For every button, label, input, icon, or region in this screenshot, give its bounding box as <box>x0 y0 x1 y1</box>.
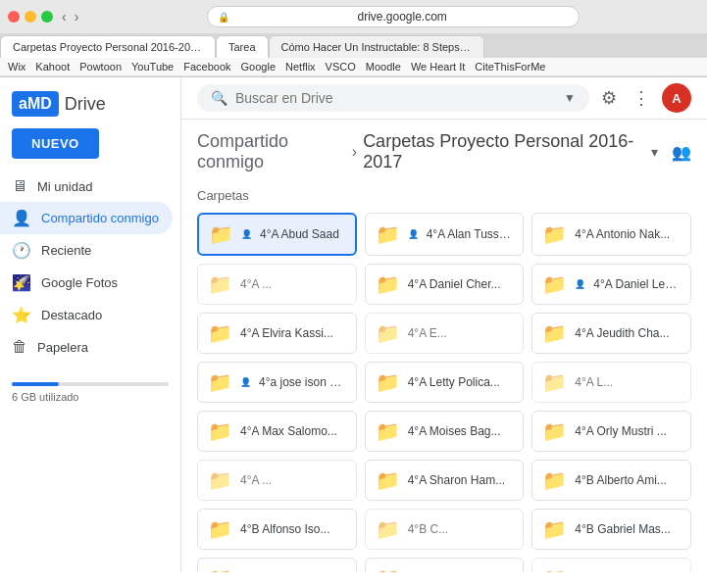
sidebar-label-photos: Google Fotos <box>41 275 118 290</box>
folder-icon: 📁 <box>542 468 567 492</box>
folder-name: 4°A ... <box>240 473 272 487</box>
folder-card[interactable]: 📁4°A E... <box>365 313 525 354</box>
tab-drive[interactable]: Carpetas Proyecto Personal 2016-2017 - G… <box>0 35 216 58</box>
share-people-icon[interactable]: 👥 <box>672 143 691 162</box>
search-input[interactable] <box>235 90 556 106</box>
bookmarks-bar: Wix Kahoot Powtoon YouTube Facebook Goog… <box>0 58 707 76</box>
starred-icon: ⭐ <box>12 306 31 324</box>
folder-card[interactable]: 📁👤4°A Alan Tussie ... <box>365 213 525 256</box>
folder-card[interactable]: 📁4°B Gabriel Mas... <box>531 509 691 550</box>
address-bar[interactable]: 🔒 drive.google.com <box>207 6 580 27</box>
folder-icon: 📁 <box>208 419 232 443</box>
folder-name: 4°A Daniel Levy ... <box>593 277 681 291</box>
shared-badge-icon: 👤 <box>240 377 251 387</box>
folder-name: 4°A Elvira Kassi... <box>240 326 333 340</box>
folder-card[interactable]: 📁4°A Elvira Kassi... <box>197 313 357 354</box>
folder-name: 4°B Alfonso Iso... <box>240 522 330 536</box>
folder-name: 4°A Abud Saad <box>260 227 339 241</box>
drive-app: aMD Drive NUEVO 🖥 Mi unidad 👤 Compartido… <box>0 77 707 572</box>
nav-buttons: ‹ › <box>59 9 81 24</box>
folder-icon: 📁 <box>208 321 232 345</box>
folder-icon: 📁 <box>209 222 233 246</box>
breadcrumb: Compartido conmigo › Carpetas Proyecto P… <box>197 131 691 172</box>
breadcrumb-current-text: Carpetas Proyecto Personal 2016-2017 <box>363 131 645 172</box>
forward-button[interactable]: › <box>72 9 82 24</box>
search-bar[interactable]: 🔍 ▼ <box>197 84 589 112</box>
folder-card[interactable]: 📁👤4°a jose ison mi... <box>197 362 357 403</box>
folder-icon: 📁 <box>208 272 232 296</box>
apps-button[interactable]: ⋮ <box>629 83 654 113</box>
folder-card[interactable]: 📁👤4°A Daniel Levy ... <box>531 264 691 305</box>
folder-card[interactable]: 📁4°A ... <box>197 264 357 305</box>
bookmark-citethisforme[interactable]: CiteThisForMe <box>475 61 545 73</box>
back-button[interactable]: ‹ <box>59 9 70 24</box>
new-button[interactable]: NUEVO <box>12 128 99 159</box>
tab-tarea[interactable]: Tarea <box>216 35 269 58</box>
sidebar-item-recent[interactable]: 🕐 Reciente <box>0 234 173 267</box>
folder-icon: 📁 <box>376 222 400 246</box>
header-icons: ⚙ ⋮ A <box>597 83 691 113</box>
bookmark-vsco[interactable]: VSCO <box>326 61 356 73</box>
breadcrumb-separator: › <box>352 143 357 161</box>
bookmark-wix[interactable]: Wix <box>8 61 25 73</box>
search-dropdown-icon[interactable]: ▼ <box>564 91 576 105</box>
folder-card[interactable]: 📁4°B Alfonso Iso... <box>197 509 357 550</box>
folder-card[interactable]: 📁4°B Jose Shamo... <box>365 558 525 572</box>
folder-card[interactable]: 📁4°A Sharon Ham... <box>365 460 525 501</box>
folder-card[interactable]: 📁4°A Daniel Cher... <box>365 264 525 305</box>
minimize-button[interactable] <box>25 11 36 23</box>
folder-card[interactable]: 📁4°A Antonio Nak... <box>531 213 691 256</box>
drive-logo: aMD Drive <box>0 85 180 128</box>
sidebar-item-photos[interactable]: 🌠 Google Fotos <box>0 267 173 299</box>
folder-card[interactable]: 📁4°A ... <box>197 460 357 501</box>
folder-name: 4°B Jose Shamo... <box>408 571 506 572</box>
folder-card[interactable]: 📁4°A L... <box>531 362 691 403</box>
folder-card[interactable]: 📁4°B Jacobo Coh... <box>197 558 357 572</box>
sidebar-item-starred[interactable]: ⭐ Destacado <box>0 299 173 331</box>
section-title: Carpetas <box>197 188 691 203</box>
drive-label: Drive <box>65 94 106 115</box>
sidebar-label-starred: Destacado <box>41 308 102 322</box>
bookmark-weheartit[interactable]: We Heart It <box>411 61 465 73</box>
folder-card[interactable]: 📁4°A Jeudith Cha... <box>531 313 691 354</box>
folder-name: 4°A L... <box>575 375 613 389</box>
folder-icon: 📁 <box>542 566 567 572</box>
folder-icon: 📁 <box>376 370 400 394</box>
folder-card[interactable]: 📁4°A Max Salomo... <box>197 411 357 452</box>
folder-icon: 📁 <box>542 419 567 443</box>
folder-name: 4°A Jeudith Cha... <box>575 326 669 340</box>
folder-card[interactable]: 📁4°A Letty Polica... <box>365 362 525 403</box>
folder-icon: 📁 <box>542 517 567 541</box>
folder-card[interactable]: 📁4°B ... <box>531 558 691 572</box>
sidebar-item-trash[interactable]: 🗑 Papelera <box>0 331 173 363</box>
sidebar-item-shared[interactable]: 👤 Compartido conmigo <box>0 202 173 234</box>
tab-instructable[interactable]: Cómo Hacer Un Instructable: 8 Steps i... <box>269 35 484 58</box>
folder-card[interactable]: 📁4°B Alberto Ami... <box>531 460 691 501</box>
bookmark-netflix[interactable]: Netflix <box>285 61 316 73</box>
bookmark-youtube[interactable]: YouTube <box>131 61 174 73</box>
tab-bar: Carpetas Proyecto Personal 2016-2017 - G… <box>0 33 707 58</box>
folder-card[interactable]: 📁👤4°A Abud Saad <box>197 213 357 256</box>
folder-name: 4°A Letty Polica... <box>408 375 500 389</box>
close-button[interactable] <box>8 11 20 23</box>
folder-icon: 📁 <box>376 468 400 492</box>
bookmark-powtoon[interactable]: Powtoon <box>79 61 122 73</box>
folder-card[interactable]: 📁4°B C... <box>365 509 525 550</box>
sidebar-item-my-drive[interactable]: 🖥 Mi unidad <box>0 171 173 202</box>
folder-card[interactable]: 📁4°A Moises Bag... <box>365 411 525 452</box>
avatar[interactable]: A <box>662 83 691 113</box>
folder-name: 4°B Jacobo Coh... <box>240 571 335 572</box>
breadcrumb-dropdown-icon[interactable]: ▾ <box>651 144 658 160</box>
bookmark-kahoot[interactable]: Kahoot <box>35 61 70 73</box>
search-icon: 🔍 <box>211 90 227 106</box>
bookmark-facebook[interactable]: Facebook <box>183 61 230 73</box>
lock-icon: 🔒 <box>218 12 229 23</box>
settings-button[interactable]: ⚙ <box>597 83 621 113</box>
maximize-button[interactable] <box>41 11 53 23</box>
bookmark-google[interactable]: Google <box>241 61 276 73</box>
storage-info: 6 GB utilizado <box>0 370 180 415</box>
breadcrumb-root[interactable]: Compartido conmigo <box>197 131 346 172</box>
bookmark-moodle[interactable]: Moodle <box>366 61 401 73</box>
folder-card[interactable]: 📁4°A Orly Mustri ... <box>531 411 691 452</box>
folder-name: 4°A Sharon Ham... <box>408 473 506 487</box>
